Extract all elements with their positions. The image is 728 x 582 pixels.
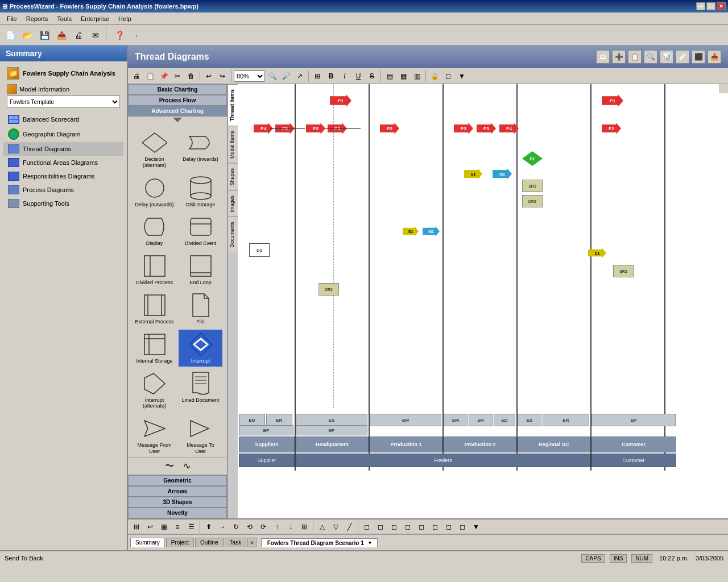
shape-lined-document[interactable]: Lined Document (179, 369, 222, 412)
vtab-outline[interactable]: Outline (195, 538, 224, 547)
hdr-icon-8[interactable]: 📤 (708, 50, 721, 64)
zoom-in-btn[interactable]: 🔍 (266, 70, 279, 82)
shape-delay-inwards[interactable]: Delay (inwards) (179, 128, 222, 171)
hdr-icon-7[interactable]: ⬛ (692, 50, 705, 64)
help-button[interactable]: ❓ (111, 27, 127, 43)
lock-btn[interactable]: 🔒 (428, 70, 441, 82)
tab-model-items[interactable]: Model Items (228, 126, 238, 163)
close-button[interactable]: ✕ (717, 2, 726, 10)
align-right-btn[interactable]: ▥ (411, 70, 423, 82)
zoom-select[interactable]: 80% 100% 50% (234, 70, 265, 82)
sidebar-item-geographic-diagram[interactable]: 🌐 Geographic Diagram (3, 126, 123, 142)
diagram-tab-close[interactable]: ▾ (369, 540, 371, 546)
shape-interrupt-alternate[interactable]: Interrupt (alternate) (133, 369, 176, 412)
italic-btn[interactable]: I (338, 70, 351, 82)
cat-novelty[interactable]: Novelty (128, 508, 227, 518)
copy-btn[interactable]: 📋 (144, 70, 156, 82)
bold-btn[interactable]: B (325, 70, 337, 82)
cat-geometric[interactable]: Geometric (128, 475, 227, 486)
bt-btn8[interactable]: ↻ (230, 521, 242, 533)
bt-btn7[interactable]: → (216, 521, 229, 533)
hdr-icon-6[interactable]: 🖊 (676, 50, 689, 64)
vtab-project[interactable]: Project (166, 538, 194, 547)
menu-tools[interactable]: Tools (52, 14, 76, 23)
tab-documents[interactable]: Documents (228, 217, 238, 252)
bt-btn17[interactable]: ◻ (361, 521, 373, 533)
bt-btn23[interactable]: ◻ (442, 521, 455, 533)
shape-display[interactable]: Display (133, 212, 176, 249)
connector-curve[interactable]: ∿ (183, 460, 191, 472)
bt-btn21[interactable]: ◻ (415, 521, 428, 533)
bt-btn25[interactable]: ▼ (470, 521, 482, 533)
maximize-button[interactable]: □ (706, 2, 715, 10)
bt-btn16[interactable]: ╱ (343, 521, 355, 533)
sidebar-item-process-diagrams[interactable]: Process Diagrams (3, 183, 123, 197)
vtab-task[interactable]: Task (225, 538, 247, 547)
bt-btn13[interactable]: ⊞ (298, 521, 311, 533)
bt-btn24[interactable]: ◻ (456, 521, 469, 533)
shape-file[interactable]: File (179, 290, 222, 327)
more-btn[interactable]: ▼ (456, 70, 468, 82)
open-button[interactable]: 📂 (19, 27, 35, 43)
bt-btn14[interactable]: △ (316, 521, 328, 533)
cat-process-flow[interactable]: Process Flow (128, 95, 227, 106)
template-select[interactable]: Fowlers Template (7, 95, 120, 108)
bt-btn12[interactable]: ↓ (284, 521, 297, 533)
sidebar-item-balanced-scorecard[interactable]: Balanced Scorecard (3, 113, 123, 126)
forward-btn[interactable]: ↪ (216, 70, 229, 82)
bt-btn18[interactable]: ◻ (374, 521, 387, 533)
bt-btn20[interactable]: ◻ (402, 521, 414, 533)
shape-delay-outwards[interactable]: Delay (outwards) (133, 173, 176, 210)
diagram-tab-scenario1[interactable]: Fowlers Thread Diagram Scenario 1 ▾ (261, 538, 378, 547)
tab-images[interactable]: Images (228, 190, 238, 217)
zoom-out-btn[interactable]: 🔎 (280, 70, 292, 82)
connector-wave[interactable]: 〜 (165, 460, 174, 472)
print-button[interactable]: 🖨 (71, 27, 86, 43)
export-button[interactable]: 📤 (53, 27, 69, 43)
cursor-btn[interactable]: ↗ (293, 70, 306, 82)
grid-btn[interactable]: ⊞ (311, 70, 324, 82)
strikethrough-btn[interactable]: S (366, 70, 378, 82)
minimize-button[interactable]: — (696, 2, 705, 10)
shape-internal-storage[interactable]: Internal Storage (133, 330, 176, 367)
cat-arrows[interactable]: Arrows (128, 486, 227, 497)
extra-button[interactable]: · (129, 27, 144, 43)
hdr-icon-1[interactable]: 🗂 (596, 50, 610, 64)
expand-arrow[interactable] (173, 118, 182, 122)
sidebar-item-functional-areas[interactable]: Functional Areas Diagrams (3, 156, 123, 169)
shape-interrupt[interactable]: Interrupt (179, 330, 222, 367)
cut-btn[interactable]: ✂ (171, 70, 184, 82)
delete-btn[interactable]: 🗑 (185, 70, 197, 82)
bt-btn2[interactable]: ↩ (144, 521, 156, 533)
bt-btn19[interactable]: ◻ (388, 521, 400, 533)
bt-btn3[interactable]: ▦ (158, 521, 170, 533)
sidebar-item-responsibilities[interactable]: Responsibilities Diagrams (3, 169, 123, 183)
menu-help[interactable]: Help (114, 14, 136, 23)
save-button[interactable]: 💾 (36, 27, 52, 43)
shape-message-to-user[interactable]: Message To User (179, 414, 222, 457)
shape-external-process[interactable]: External Process (133, 290, 176, 327)
bt-btn9[interactable]: ⟲ (243, 521, 256, 533)
bt-btn1[interactable]: ⊞ (130, 521, 143, 533)
sidebar-item-thread-diagrams[interactable]: Thread Diagrams (3, 142, 123, 156)
vtab-summary[interactable]: Summary (130, 538, 165, 547)
bt-btn5[interactable]: ☰ (185, 521, 197, 533)
print-diagram-btn[interactable]: 🖨 (130, 70, 143, 82)
cat-3d-shapes[interactable]: 3D Shapes (128, 497, 227, 508)
back-btn[interactable]: ↩ (202, 70, 215, 82)
menu-reports[interactable]: Reports (22, 14, 53, 23)
bt-btn6[interactable]: ⬆ (202, 521, 215, 533)
shape-message-from-user[interactable]: Message From User (133, 414, 176, 457)
project-item[interactable]: 📁 Fowlers Supply Chain Analysis (3, 65, 123, 82)
canvas[interactable]: Suppliers Headquarters Production 1 Prod… (238, 84, 728, 518)
new-button[interactable]: 📄 (2, 27, 18, 43)
shape-end-loop[interactable]: End Loop (179, 251, 222, 288)
bt-btn11[interactable]: ↑ (271, 521, 283, 533)
bt-btn4[interactable]: ≡ (171, 521, 184, 533)
bt-btn15[interactable]: ▽ (329, 521, 342, 533)
menu-file[interactable]: File (2, 14, 22, 23)
shapes-btn[interactable]: ◻ (442, 70, 454, 82)
email-button[interactable]: ✉ (88, 27, 104, 43)
tab-thread-items[interactable]: Thread Items (228, 84, 238, 126)
align-center-btn[interactable]: ▦ (397, 70, 410, 82)
